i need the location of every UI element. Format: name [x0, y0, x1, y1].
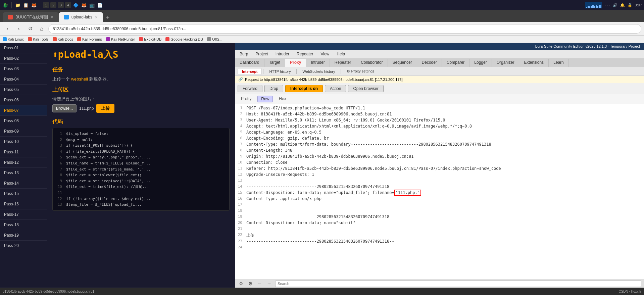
reload-button[interactable]: ↺ [26, 24, 35, 34]
sidebar-item-pass12[interactable]: Pass-12 [0, 157, 47, 168]
browser-tab-uploadlabs[interactable]: upload-labs × [59, 12, 103, 22]
filename-edit-field[interactable]: "111.php." [394, 190, 421, 196]
taskbar-dragon-icon[interactable]: 🐉 [2, 2, 9, 8]
taskbar-firefox2-icon[interactable]: 🦊 [81, 2, 87, 8]
sidebar-item-pass06[interactable]: Pass-06 [0, 95, 47, 105]
bookmark-exploit-db[interactable]: Exploit-DB [139, 37, 161, 41]
address-bar[interactable]: 813841fb-a5cb-442b-b839-dd5be6389906.nod… [48, 24, 641, 34]
bottom-icon-forward[interactable]: → [266, 280, 273, 287]
taskbar-files-icon[interactable]: 📁 [14, 2, 21, 8]
browser-tab-buuctf[interactable]: BUUCTF在线评测 × [3, 12, 59, 22]
sidebar-item-pass03[interactable]: Pass-03 [0, 64, 47, 74]
bookmark-kali-tools[interactable]: Kali Tools [28, 37, 49, 41]
burp-search-input[interactable] [275, 280, 641, 287]
bottom-icon-settings[interactable]: ⚙ [238, 280, 244, 287]
proxy-tab-intercept[interactable]: Intercept [238, 68, 262, 75]
burp-tab-proxy[interactable]: Proxy [285, 59, 306, 67]
sidebar-item-pass17[interactable]: Pass-17 [0, 209, 47, 220]
view-tab-pretty[interactable]: Pretty [238, 96, 255, 102]
proxy-tab-settings[interactable]: ⚙ Proxy settings [342, 68, 379, 75]
intercept-on-button[interactable]: Intercept is on [285, 85, 323, 92]
home-button[interactable]: ⌂ [37, 24, 46, 34]
burp-tab-sequencer[interactable]: Sequencer [388, 59, 417, 67]
sidebar-item-pass18[interactable]: Pass-18 [0, 220, 47, 230]
bottom-icon-back[interactable]: ← [256, 280, 263, 287]
sidebar-item-pass04[interactable]: Pass-04 [0, 74, 47, 85]
sidebar-item-pass08[interactable]: Pass-08 [0, 116, 47, 126]
taskbar-num-3[interactable]: 3 [58, 2, 64, 8]
taskbar-bell-icon[interactable]: 🔔 [620, 3, 625, 7]
sidebar-item-pass11[interactable]: Pass-11 [0, 147, 47, 157]
back-button[interactable]: ‹ [3, 24, 12, 34]
burp-menu-intruder[interactable]: Intruder [272, 50, 293, 58]
burp-tab-comparer[interactable]: Comparer [442, 59, 469, 67]
burp-menu-view[interactable]: View [317, 50, 333, 58]
action-button[interactable]: Action [325, 85, 346, 92]
sidebar-item-pass15[interactable]: Pass-15 [0, 189, 47, 199]
bookmark-kali-nethunter[interactable]: Kali NetHunter [106, 37, 135, 41]
bookmark-label-kali-nethunter: Kali NetHunter [111, 37, 135, 41]
bookmark-google-hacking[interactable]: Google Hacking DB [165, 37, 203, 41]
sidebar-item-pass19[interactable]: Pass-19 [0, 230, 47, 241]
view-tab-raw[interactable]: Raw [257, 96, 273, 102]
req-line-4: 4Accept: text/html,application/xhtml+xml… [235, 124, 644, 130]
bookmarks-bar: Kali Linux Kali Tools Kali Docs Kali For… [0, 36, 644, 43]
taskbar-tv-icon[interactable]: 📺 [89, 2, 95, 8]
taskbar-doc-icon[interactable]: 📄 [97, 2, 103, 8]
sidebar-item-pass14[interactable]: Pass-14 [0, 178, 47, 189]
bottom-icon-settings2[interactable]: ⚙ [247, 280, 254, 287]
view-tab-hex[interactable]: Hex [276, 96, 289, 102]
burp-tab-collaborator[interactable]: Collaborator [356, 59, 388, 67]
proxy-tab-http-history[interactable]: HTTP history [265, 68, 295, 75]
burp-tab-repeater[interactable]: Repeater [330, 59, 356, 67]
sidebar-item-pass02[interactable]: Pass-02 [0, 53, 47, 64]
sidebar-item-pass13[interactable]: Pass-13 [0, 168, 47, 178]
upload-button[interactable]: 上传 [96, 104, 114, 113]
taskbar-clipboard-icon[interactable]: 📋 [22, 2, 29, 8]
burp-menu-project[interactable]: Project [252, 50, 271, 58]
tab-close-uploadlabs[interactable]: × [95, 14, 98, 20]
bookmark-kali-forums[interactable]: Kali Forums [77, 37, 102, 41]
taskbar-burp-icon[interactable]: 🔷 [72, 2, 79, 8]
proxy-tab-websockets[interactable]: WebSockets history [298, 68, 339, 75]
sidebar-item-pass20[interactable]: Pass-20 [0, 241, 47, 251]
drop-button[interactable]: Drop [264, 85, 283, 92]
burp-tab-extensions[interactable]: Extensions [519, 59, 549, 67]
request-body[interactable]: 1POST /Pass-07/index.php?action=show_cod… [235, 104, 644, 279]
burp-menu-burp[interactable]: Burp [236, 50, 251, 58]
sidebar-item-pass09[interactable]: Pass-09 [0, 126, 47, 137]
sidebar-item-pass05[interactable]: Pass-05 [0, 85, 47, 95]
forward-button[interactable]: › [14, 24, 23, 34]
sidebar-item-pass01[interactable]: Pass-01 [0, 43, 47, 53]
burp-tab-logger[interactable]: Logger [469, 59, 492, 67]
open-browser-button[interactable]: Open browser [348, 85, 383, 92]
bookmark-kali-linux[interactable]: Kali Linux [3, 37, 24, 41]
line-code-6: $file_name = trim($_FILES['upload_f... [66, 160, 151, 166]
taskbar-num-1[interactable]: 1 [43, 2, 49, 8]
burp-tab-organizer[interactable]: Organizer [492, 59, 519, 67]
forward-button[interactable]: Forward [238, 85, 262, 92]
task-webshell-link[interactable]: webshell [71, 77, 88, 82]
burp-tab-target[interactable]: Target [264, 59, 285, 67]
burp-tab-learn[interactable]: Learn [549, 59, 569, 67]
burp-tab-decoder[interactable]: Decoder [417, 59, 442, 67]
burp-tab-intruder[interactable]: Intruder [306, 59, 330, 67]
burp-menu-repeater[interactable]: Repeater [293, 50, 316, 58]
content-disposition-pre: Content-Disposition: form-data; name="up… [246, 190, 394, 195]
taskbar-num-4[interactable]: 4 [65, 2, 71, 8]
chart-bar [594, 6, 595, 8]
taskbar-num-2[interactable]: 2 [50, 2, 56, 8]
taskbar-volume-icon[interactable]: 🔊 [613, 3, 617, 7]
chart-bar [592, 5, 594, 8]
sidebar-item-pass07[interactable]: Pass-07 [0, 105, 47, 116]
tab-close-buuctf[interactable]: × [51, 14, 53, 20]
bookmark-offs[interactable]: OffS... [207, 37, 222, 41]
sidebar-item-pass16[interactable]: Pass-16 [0, 199, 47, 209]
taskbar-firefox-icon[interactable]: 🦊 [31, 2, 37, 8]
sidebar-item-pass10[interactable]: Pass-10 [0, 137, 47, 147]
burp-tab-dashboard[interactable]: Dashboard [235, 59, 264, 67]
burp-menu-help[interactable]: Help [333, 50, 348, 58]
bookmark-kali-docs[interactable]: Kali Docs [53, 37, 73, 41]
browse-button[interactable]: Browse... [52, 104, 77, 112]
tab-new-button[interactable]: + [103, 13, 112, 22]
